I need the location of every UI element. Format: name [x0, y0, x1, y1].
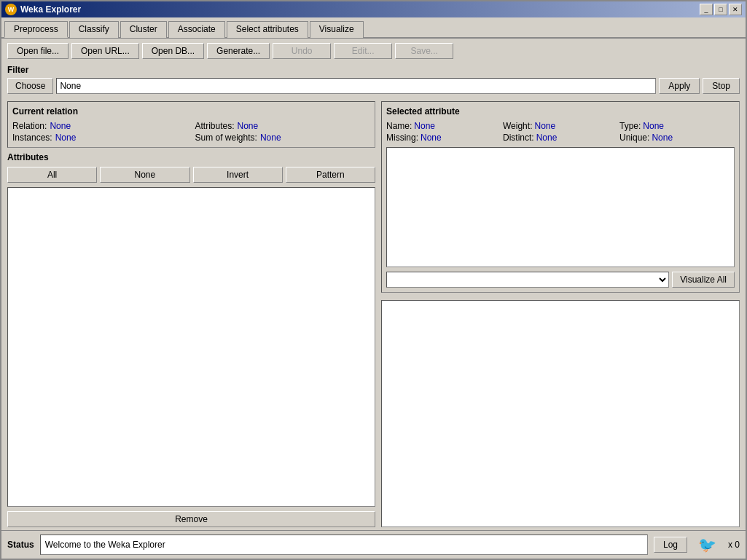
current-relation-title: Current relation — [12, 106, 370, 117]
toolbar: Open file... Open URL... Open DB... Gene… — [1, 39, 746, 63]
filter-row: Choose Apply Stop — [7, 78, 740, 94]
name-value: None — [414, 121, 435, 131]
tab-preprocess[interactable]: Preprocess — [4, 21, 68, 38]
type-value: None — [643, 121, 664, 131]
open-db-button[interactable]: Open DB... — [142, 43, 204, 59]
generate-button[interactable]: Generate... — [207, 43, 270, 59]
sum-weights-label: Sum of weights: — [195, 133, 257, 143]
open-file-button[interactable]: Open file... — [7, 43, 69, 59]
lower-area — [381, 300, 740, 527]
missing-label: Missing: — [386, 133, 418, 143]
none-attr-button[interactable]: None — [100, 167, 189, 183]
app-icon: W — [5, 4, 17, 15]
tab-cluster[interactable]: Cluster — [120, 21, 167, 38]
attr-btn-row: All None Invert Pattern — [7, 167, 375, 183]
missing-value: None — [421, 133, 442, 143]
filter-section: Filter Choose Apply Stop — [1, 63, 746, 98]
visualize-row: Visualize All — [386, 272, 735, 288]
unique-row: Unique: None — [619, 133, 735, 143]
relation-row: Relation: None — [12, 121, 188, 131]
weight-label: Weight: — [503, 121, 532, 131]
apply-button[interactable]: Apply — [659, 78, 700, 94]
weka-bird-icon: 🐦 — [693, 534, 722, 556]
name-label: Name: — [386, 121, 412, 131]
status-label: Status — [7, 540, 34, 550]
title-bar-left: W Weka Explorer — [5, 4, 81, 15]
undo-button[interactable]: Undo — [273, 43, 331, 59]
attributes-title: Attributes — [7, 152, 375, 162]
log-button[interactable]: Log — [654, 537, 687, 553]
main-window: W Weka Explorer _ □ ✕ Preprocess Classif… — [0, 0, 747, 560]
attributes-section: Attributes All None Invert Pattern Remov… — [7, 152, 375, 527]
filter-input[interactable] — [56, 78, 656, 94]
sum-weights-value: None — [260, 133, 281, 143]
stop-button[interactable]: Stop — [703, 78, 740, 94]
relation-grid: Relation: None Attributes: None Instance… — [12, 121, 370, 143]
status-bar: Status Welcome to the Weka Explorer Log … — [1, 530, 746, 559]
minimize-button[interactable]: _ — [700, 4, 713, 15]
distinct-label: Distinct: — [503, 133, 534, 143]
attributes-label: Attributes: — [195, 121, 235, 131]
instances-label: Instances: — [12, 133, 52, 143]
distinct-value: None — [536, 133, 558, 143]
distinct-row: Distinct: None — [503, 133, 618, 143]
visualize-all-button[interactable]: Visualize All — [672, 272, 735, 288]
tab-visualize[interactable]: Visualize — [310, 21, 364, 38]
unique-value: None — [652, 133, 673, 143]
title-bar: W Weka Explorer _ □ ✕ — [1, 1, 746, 17]
edit-button[interactable]: Edit... — [334, 43, 392, 59]
pattern-button[interactable]: Pattern — [286, 167, 375, 183]
x-count: x 0 — [728, 540, 740, 550]
left-panel: Current relation Relation: None Attribut… — [7, 101, 375, 527]
choose-button[interactable]: Choose — [7, 78, 53, 94]
maximize-button[interactable]: □ — [714, 4, 727, 15]
instances-row: Instances: None — [12, 133, 188, 143]
instances-value: None — [55, 133, 77, 143]
close-button[interactable]: ✕ — [729, 4, 742, 15]
relation-label: Relation: — [12, 121, 47, 131]
attribute-visual-area — [386, 147, 735, 267]
weight-row: Weight: None — [503, 121, 618, 131]
all-button[interactable]: All — [7, 167, 97, 183]
tab-select-attributes[interactable]: Select attributes — [227, 21, 308, 38]
status-message: Welcome to the Weka Explorer — [40, 535, 648, 555]
type-row: Type: None — [619, 121, 735, 131]
attributes-value: None — [238, 121, 259, 131]
weight-value: None — [534, 121, 555, 131]
window-controls: _ □ ✕ — [700, 4, 742, 15]
visualize-dropdown[interactable] — [386, 272, 669, 288]
sum-weights-row: Sum of weights: None — [195, 133, 371, 143]
relation-value: None — [50, 121, 71, 131]
missing-row: Missing: None — [386, 133, 501, 143]
remove-button[interactable]: Remove — [7, 511, 375, 527]
name-row: Name: None — [386, 121, 501, 131]
current-relation-box: Current relation Relation: None Attribut… — [7, 101, 375, 148]
unique-label: Unique: — [619, 133, 649, 143]
tabs-bar: Preprocess Classify Cluster Associate Se… — [1, 17, 746, 39]
right-panel: Selected attribute Name: None Weight: No… — [381, 101, 740, 527]
save-button[interactable]: Save... — [395, 43, 453, 59]
main-content: Current relation Relation: None Attribut… — [1, 98, 746, 530]
two-panels: Current relation Relation: None Attribut… — [7, 101, 740, 527]
invert-button[interactable]: Invert — [193, 167, 283, 183]
tab-associate[interactable]: Associate — [168, 21, 225, 38]
tab-classify[interactable]: Classify — [69, 21, 119, 38]
filter-label: Filter — [7, 65, 740, 75]
type-label: Type: — [619, 121, 641, 131]
attributes-list[interactable] — [7, 187, 375, 507]
selected-attribute-box: Selected attribute Name: None Weight: No… — [381, 101, 740, 293]
open-url-button[interactable]: Open URL... — [71, 43, 139, 59]
selected-attribute-title: Selected attribute — [386, 106, 735, 117]
attributes-row: Attributes: None — [195, 121, 371, 131]
attr-info-grid: Name: None Weight: None Type: None Mis — [386, 121, 735, 143]
status-text: Welcome to the Weka Explorer — [45, 540, 165, 550]
window-title: Weka Explorer — [20, 4, 81, 15]
